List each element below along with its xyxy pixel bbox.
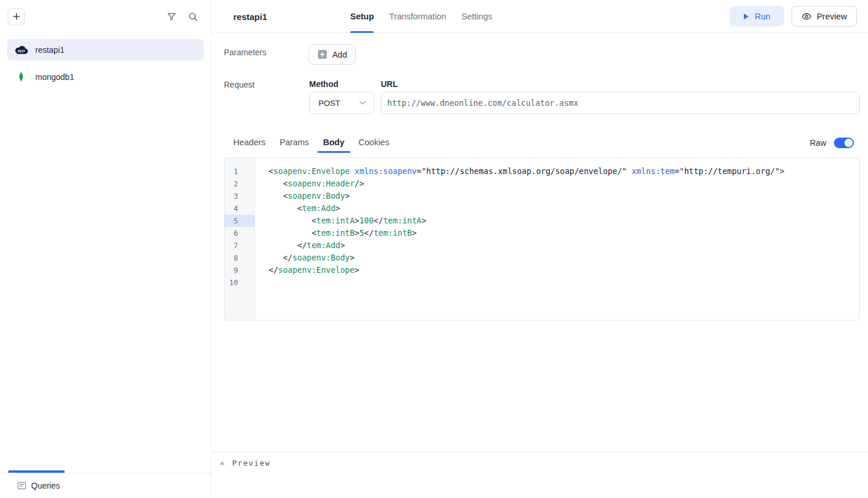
request-body-tabs: HeadersParamsBodyCookies <box>227 133 395 152</box>
toggle-knob <box>844 139 853 147</box>
query-header: restapi1 SetupTransformationSettings Run… <box>212 0 868 33</box>
line-number: 7 <box>224 239 254 252</box>
add-box-icon <box>317 49 327 59</box>
body-tab-cookies[interactable]: Cookies <box>353 133 395 152</box>
code-line: </soapenv:Body> <box>269 252 854 264</box>
search-icon[interactable] <box>188 12 198 22</box>
body-tab-headers[interactable]: Headers <box>227 133 272 152</box>
tab-setup[interactable]: Setup <box>350 0 374 33</box>
parameters-label: Parameters <box>224 48 266 57</box>
rest-api-icon: REST <box>14 45 28 55</box>
url-rest: ://www.dneonline.com/calculator.asmx <box>407 98 579 108</box>
raw-label: Raw <box>810 138 826 148</box>
code-line: <soapenv:Header/> <box>269 178 854 190</box>
url-scheme: http <box>387 98 407 108</box>
add-button-label: Add <box>333 50 347 59</box>
editor-gutter: 12345678910 <box>224 158 255 320</box>
header-tabs: SetupTransformationSettings <box>350 0 492 33</box>
run-button-label: Run <box>755 12 770 21</box>
eye-icon <box>802 12 812 21</box>
new-query-button[interactable] <box>8 8 25 25</box>
url-label: URL <box>381 79 398 89</box>
add-parameter-button[interactable]: Add <box>309 44 356 65</box>
code-line: <tem:intB>5</tem:intB> <box>269 227 854 239</box>
code-line: </soapenv:Envelope> <box>269 264 854 276</box>
response-preview-panel: Preview <box>212 452 868 498</box>
response-preview-label: Preview <box>232 459 270 467</box>
code-line: <tem:intA>100</tem:intA> <box>269 215 854 227</box>
sidebar-item-mongodb1[interactable]: mongodb1 <box>7 66 204 88</box>
method-label: Method <box>309 79 339 89</box>
line-number: 10 <box>224 276 254 289</box>
play-icon <box>743 13 749 20</box>
chevron-down-icon <box>359 101 366 105</box>
editor-code[interactable]: <soapenv:Envelope xmlns:soapenv="http://… <box>255 158 859 320</box>
line-number: 1 <box>224 165 254 178</box>
main-panel: restapi1 SetupTransformationSettings Run… <box>212 0 868 498</box>
method-select[interactable]: POST <box>309 92 374 114</box>
code-line: <soapenv:Body> <box>269 190 854 202</box>
filter-icon[interactable] <box>167 12 176 21</box>
method-value: POST <box>319 99 340 108</box>
code-line <box>269 276 854 289</box>
queries-tab-indicator <box>8 470 65 473</box>
sidebar-item-label: restapi1 <box>35 45 65 55</box>
svg-text:REST: REST <box>18 50 25 53</box>
plus-icon <box>12 12 21 21</box>
body-editor[interactable]: 12345678910 <soapenv:Envelope xmlns:soap… <box>224 158 860 320</box>
code-line: <tem:Add> <box>269 202 854 215</box>
line-number: 3 <box>224 190 254 202</box>
run-button[interactable]: Run <box>729 6 784 26</box>
query-list: RESTrestapi1mongodb1 <box>7 39 204 88</box>
query-title: restapi1 <box>233 0 267 33</box>
raw-toggle[interactable] <box>834 138 854 148</box>
body-tab-body[interactable]: Body <box>317 133 350 152</box>
sidebar-toolbar <box>0 0 211 33</box>
line-number: 8 <box>224 252 254 264</box>
sidebar-item-restapi1[interactable]: RESTrestapi1 <box>7 39 204 61</box>
app-root: RESTrestapi1mongodb1 Queries restapi1 Se… <box>0 0 868 498</box>
sidebar: RESTrestapi1mongodb1 Queries <box>0 0 212 498</box>
url-input[interactable]: http://www.dneonline.com/calculator.asmx <box>381 92 860 114</box>
mongodb-icon <box>14 72 28 82</box>
code-line: <soapenv:Envelope xmlns:soapenv="http://… <box>269 165 854 178</box>
request-label: Request <box>224 80 254 89</box>
line-number: 4 <box>224 202 254 215</box>
body-tab-params[interactable]: Params <box>274 133 315 152</box>
code-line: </tem:Add> <box>269 239 854 252</box>
line-number: 9 <box>224 264 254 276</box>
chevron-up-icon <box>219 461 225 465</box>
line-number: 6 <box>224 227 254 239</box>
queries-tab-label: Queries <box>31 481 60 490</box>
line-number: 5 <box>224 215 254 227</box>
line-number: 2 <box>224 178 254 190</box>
tab-settings[interactable]: Settings <box>461 0 492 33</box>
sidebar-item-label: mongodb1 <box>35 72 74 82</box>
preview-button-label: Preview <box>817 12 847 21</box>
tab-transformation[interactable]: Transformation <box>389 0 446 33</box>
queries-icon <box>17 481 26 490</box>
preview-button[interactable]: Preview <box>792 6 857 26</box>
response-preview-toggle[interactable]: Preview <box>212 452 270 467</box>
queries-tab[interactable]: Queries <box>0 473 211 498</box>
